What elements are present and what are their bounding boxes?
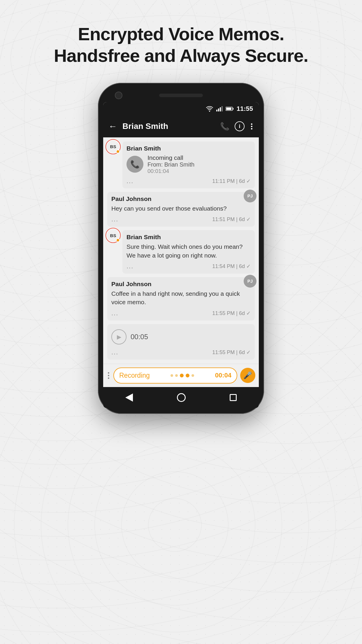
message-sender: Brian Smith xyxy=(126,145,251,152)
message-time: 11:55 PM | 6d ✓ xyxy=(212,310,251,316)
voice-bubble: ▶ 00:05 ... 11:55 PM | 6d ✓ xyxy=(107,324,255,360)
message-dots[interactable]: ... xyxy=(111,309,118,317)
voice-memo-row: ▶ 00:05 ... 11:55 PM | 6d ✓ xyxy=(107,324,255,360)
call-from: From: Brian Smith xyxy=(147,161,194,168)
message-text: Coffee in a hand right now, sending you … xyxy=(111,289,251,307)
input-bar: Recording 00:04 🎤 xyxy=(103,364,259,387)
info-icon[interactable]: i xyxy=(235,121,245,131)
svg-rect-2 xyxy=(220,107,221,111)
nav-home-icon[interactable] xyxy=(177,393,186,402)
nav-recents-icon[interactable] xyxy=(230,394,237,401)
message-footer: ... 11:55 PM | 6d ✓ xyxy=(111,349,251,356)
message-dots[interactable]: ... xyxy=(111,216,118,223)
message-footer: ... 11:54 PM | 6d ✓ xyxy=(126,262,251,270)
phone-icon[interactable]: 📞 xyxy=(220,122,229,131)
message-row: PJ Paul Johnson Coffee in a hand right n… xyxy=(107,277,255,321)
wifi-icon xyxy=(206,106,213,112)
avatar-pj: PJ xyxy=(244,190,256,202)
message-footer: ... 11:11 PM | 6d ✓ xyxy=(126,177,251,185)
svg-rect-6 xyxy=(226,108,231,110)
message-row: PJ Paul Johnson Hey can you send over th… xyxy=(107,192,255,227)
message-time: 11:11 PM | 6d ✓ xyxy=(212,178,251,184)
recording-pill: Recording 00:04 xyxy=(113,368,237,384)
message-text: Sure thing. Wait which ones do you mean?… xyxy=(126,242,251,260)
phone-camera xyxy=(115,92,122,99)
message-dots[interactable]: ... xyxy=(126,262,133,270)
message-bubble: Brian Smith 📞 Incoming call From: Brian … xyxy=(122,141,255,188)
avatar: BS xyxy=(106,139,121,154)
svg-rect-3 xyxy=(222,106,223,111)
back-arrow-icon[interactable]: ← xyxy=(108,121,117,131)
message-dots[interactable]: ... xyxy=(126,177,133,185)
nav-bar xyxy=(103,387,259,408)
message-row: BS Brian Smith Sure thing. Wait which on… xyxy=(107,230,255,274)
battery-icon xyxy=(226,106,234,111)
avatar-pj2: PJ xyxy=(244,275,256,288)
voice-duration: 00:05 xyxy=(131,333,148,341)
recording-time: 00:04 xyxy=(215,372,231,379)
more-options-icon[interactable] xyxy=(250,122,254,131)
avatar: BS xyxy=(106,228,121,243)
recording-label: Recording xyxy=(119,372,150,379)
message-bubble: Brian Smith Sure thing. Wait which ones … xyxy=(122,230,255,274)
signal-icon xyxy=(216,106,223,111)
phone-screen: 11:55 ← Brian Smith 📞 i BS xyxy=(103,102,259,408)
phone-speaker xyxy=(159,94,203,97)
headline-line2: Handsfree and Always Secure. xyxy=(54,45,308,66)
app-bar-title: Brian Smith xyxy=(122,122,215,131)
page-headline: Encrypted Voice Memos. Handsfree and Alw… xyxy=(36,23,326,67)
message-bubble: Paul Johnson Hey can you send over those… xyxy=(107,192,255,227)
call-label: Incoming call xyxy=(147,154,194,161)
app-bar: ← Brian Smith 📞 i xyxy=(103,116,259,137)
message-time: 11:51 PM | 6d ✓ xyxy=(212,216,251,223)
status-time: 11:55 xyxy=(237,105,253,113)
svg-rect-0 xyxy=(216,110,217,111)
message-footer: ... 11:51 PM | 6d ✓ xyxy=(111,216,251,223)
input-options-icon[interactable] xyxy=(107,371,110,380)
phone-device: 11:55 ← Brian Smith 📞 i BS xyxy=(98,83,264,414)
message-time: 11:55 PM | 6d ✓ xyxy=(212,349,251,356)
message-text: Hey can you send over those evaluations? xyxy=(111,204,251,213)
message-sender: Paul Johnson xyxy=(111,281,251,288)
svg-rect-5 xyxy=(233,108,233,110)
call-duration: 00:01:04 xyxy=(147,168,194,174)
message-row: BS Brian Smith 📞 Incoming call From: Bri… xyxy=(107,141,255,188)
chat-area: BS Brian Smith 📞 Incoming call From: Bri… xyxy=(103,137,259,364)
status-bar: 11:55 xyxy=(103,102,259,116)
recording-waveform xyxy=(171,374,194,377)
message-sender: Paul Johnson xyxy=(111,195,251,202)
message-time: 11:54 PM | 6d ✓ xyxy=(212,263,251,270)
nav-back-icon[interactable] xyxy=(125,393,133,402)
message-footer: ... 11:55 PM | 6d ✓ xyxy=(111,309,251,317)
message-sender: Brian Smith xyxy=(126,234,251,241)
headline-line1: Encrypted Voice Memos. xyxy=(54,23,308,45)
message-bubble: Paul Johnson Coffee in a hand right now,… xyxy=(107,277,255,321)
play-button[interactable]: ▶ xyxy=(111,329,126,344)
svg-rect-1 xyxy=(218,108,219,111)
mic-button[interactable]: 🎤 xyxy=(240,368,255,383)
call-icon: 📞 xyxy=(126,156,143,173)
message-dots[interactable]: ... xyxy=(111,349,118,356)
